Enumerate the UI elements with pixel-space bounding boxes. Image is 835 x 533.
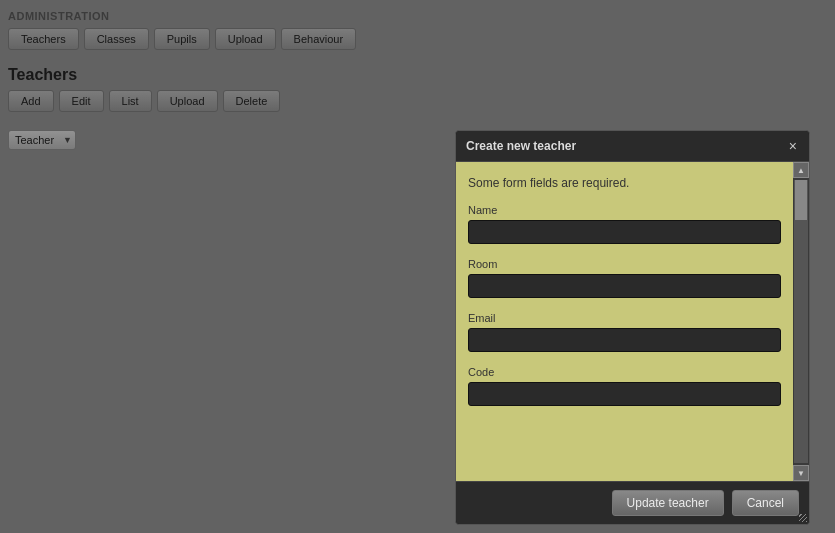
scrollbar-down-button[interactable]: ▼ (793, 465, 809, 481)
modal-scrollbar: ▲ ▼ (793, 162, 809, 481)
email-label: Email (468, 312, 781, 324)
room-input[interactable] (468, 274, 781, 298)
error-message: Some form fields are required. (468, 174, 781, 192)
form-group-code: Code (468, 366, 781, 406)
modal-footer: Update teacher Cancel (456, 481, 809, 524)
modal-dialog: Create new teacher × Some form fields ar… (455, 130, 810, 525)
update-teacher-button[interactable]: Update teacher (612, 490, 724, 516)
form-group-name: Name (468, 204, 781, 244)
form-group-room: Room (468, 258, 781, 298)
scrollbar-track (794, 180, 808, 463)
page-background: ADMINISTRATION Teachers Classes Pupils U… (0, 0, 835, 533)
modal-body: Some form fields are required. Name Room… (456, 162, 793, 481)
room-label: Room (468, 258, 781, 270)
name-input[interactable] (468, 220, 781, 244)
cancel-button[interactable]: Cancel (732, 490, 799, 516)
modal-body-wrapper: Some form fields are required. Name Room… (456, 162, 809, 481)
code-label: Code (468, 366, 781, 378)
modal-title: Create new teacher (466, 139, 576, 153)
modal-header: Create new teacher × (456, 131, 809, 162)
form-group-email: Email (468, 312, 781, 352)
scrollbar-thumb[interactable] (795, 180, 807, 220)
code-input[interactable] (468, 382, 781, 406)
email-input[interactable] (468, 328, 781, 352)
scrollbar-up-button[interactable]: ▲ (793, 162, 809, 178)
modal-close-button[interactable]: × (787, 139, 799, 153)
resize-handle[interactable] (797, 512, 809, 524)
name-label: Name (468, 204, 781, 216)
